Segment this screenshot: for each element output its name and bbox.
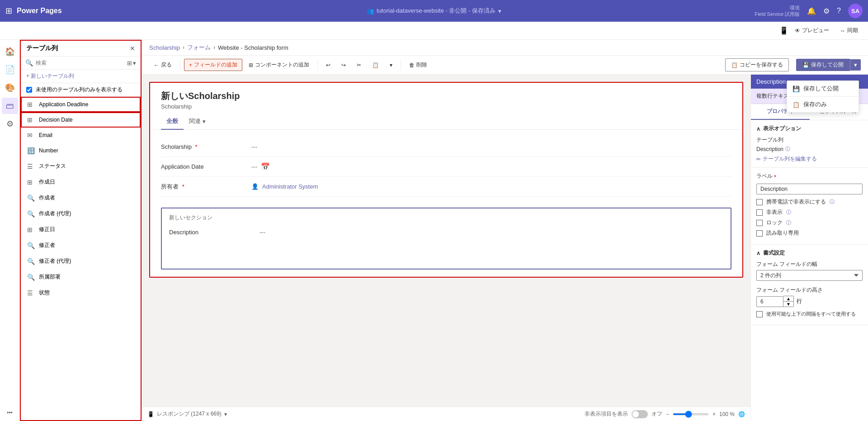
redo-button[interactable]: ↪ bbox=[337, 60, 350, 70]
sidebar-more-icon[interactable]: ••• bbox=[2, 405, 18, 421]
breadcrumb: Scholarship › フォーム › Website - Scholarsh… bbox=[142, 40, 868, 56]
height-decrement-button[interactable]: ▼ bbox=[783, 302, 793, 307]
checkbox-readonly[interactable]: 読み取り専用 bbox=[756, 229, 863, 237]
checkbox-vert-padding[interactable]: 使用可能な上下の間隔をすべて使用する bbox=[756, 311, 863, 317]
panel-header: テーブル列 ✕ bbox=[21, 41, 141, 57]
col-item-state[interactable]: ☰ 状態 bbox=[21, 285, 141, 301]
sidebar-settings-icon[interactable]: ⚙ bbox=[2, 116, 18, 132]
zoom-minus[interactable]: − bbox=[666, 411, 669, 417]
breadcrumb-sep1: › bbox=[183, 44, 184, 51]
save-publish-dropdown-icon: ▾ bbox=[854, 61, 857, 68]
description-field[interactable]: Description --- bbox=[169, 227, 723, 263]
vert-padding-checkbox[interactable] bbox=[756, 311, 763, 317]
world-icon[interactable]: 🌐 bbox=[738, 411, 745, 417]
save-publish-dropdown-button[interactable]: ▾ bbox=[850, 59, 861, 71]
col-item-created-date[interactable]: ⊞ 作成日 bbox=[21, 174, 141, 190]
users-icon: 👥 bbox=[367, 8, 374, 14]
dropdown-button[interactable]: ▾ bbox=[385, 60, 397, 70]
edit-table-col-link[interactable]: ✏ テーブル列を編集する bbox=[756, 155, 863, 163]
field-value-application-date[interactable]: --- 📅 bbox=[251, 162, 731, 171]
col-item-created-by-delegate[interactable]: 🔍 作成者 (代理) bbox=[21, 206, 141, 222]
hidden-checkbox[interactable] bbox=[756, 209, 763, 216]
sidebar-home-icon[interactable]: 🏠 bbox=[2, 43, 18, 60]
lock-checkbox[interactable] bbox=[756, 220, 763, 226]
col-item-modified-date[interactable]: ⊞ 修正日 bbox=[21, 222, 141, 237]
sidebar-data-icon[interactable]: 🗃 bbox=[2, 98, 18, 114]
info-icon: ⓘ bbox=[785, 146, 790, 152]
back-button[interactable]: ← 戻る bbox=[149, 59, 176, 71]
hide-toggle[interactable] bbox=[632, 410, 648, 418]
readonly-checkbox[interactable] bbox=[756, 230, 763, 237]
save-only-option[interactable]: 📋 保存のみ bbox=[787, 97, 859, 112]
breadcrumb-scholarship[interactable]: Scholarship bbox=[149, 44, 180, 51]
avatar[interactable]: SA bbox=[848, 4, 863, 18]
col-item-modified-by[interactable]: 🔍 修正者 bbox=[21, 237, 141, 253]
col-item-decision-date[interactable]: ⊞ Decision Date bbox=[21, 112, 141, 128]
delete-button[interactable]: 🗑 削除 bbox=[405, 59, 432, 71]
checkbox-hidden[interactable]: 非表示 ⓘ bbox=[756, 208, 863, 216]
site-dropdown-icon[interactable]: ▾ bbox=[498, 8, 501, 14]
bell-icon[interactable]: 🔔 bbox=[807, 7, 816, 15]
add-component-button[interactable]: ⊞ コンポーネントの追加 bbox=[244, 59, 314, 71]
collapse-icon[interactable]: ∧ bbox=[756, 126, 760, 132]
tab-related[interactable]: 関連 ▾ bbox=[184, 114, 211, 130]
col-item-status[interactable]: ☰ ステータス bbox=[21, 158, 141, 174]
site-selector[interactable]: 👥 tutorial-dataverse-website - 非公開 - 保存済… bbox=[367, 7, 501, 15]
save-publish-button[interactable]: 💾 保存して公開 bbox=[796, 59, 850, 71]
col-item-email[interactable]: ✉ Email bbox=[21, 128, 141, 143]
undo-button[interactable]: ↩ bbox=[321, 60, 335, 70]
height-input[interactable] bbox=[756, 296, 783, 307]
field-value-scholarship[interactable]: --- bbox=[251, 143, 731, 150]
col-icon-application-deadline: ⊞ bbox=[27, 101, 35, 108]
filter-button[interactable]: ⊞ ▾ bbox=[127, 60, 136, 66]
checkbox-lock[interactable]: ロック ⓘ bbox=[756, 219, 863, 227]
sync-button[interactable]: ↔ 同期 bbox=[835, 25, 863, 36]
settings-icon[interactable]: ⚙ bbox=[823, 7, 830, 15]
add-field-button[interactable]: + フィールドの追加 bbox=[184, 59, 242, 71]
calendar-icon[interactable]: 📅 bbox=[261, 162, 270, 171]
preview-button[interactable]: 👁 プレビュー bbox=[790, 25, 834, 36]
format-collapse-icon[interactable]: ∧ bbox=[756, 250, 760, 256]
toggle-knob bbox=[632, 411, 639, 417]
copy-save-button[interactable]: 📋 コピーを保存する bbox=[725, 58, 789, 71]
col-icon-modified-by: 🔍 bbox=[27, 242, 35, 249]
form-row-owner: 所有者 * 👤 Administrator System bbox=[161, 177, 731, 197]
col-item-created-by[interactable]: 🔍 作成者 bbox=[21, 190, 141, 206]
help-icon[interactable]: ? bbox=[837, 7, 841, 15]
sidebar-style-icon[interactable]: 🎨 bbox=[2, 80, 18, 96]
app-grid-button[interactable]: ⊞ bbox=[5, 6, 12, 16]
save-publish-option[interactable]: 💾 保存して公開 bbox=[787, 81, 859, 96]
field-width-select[interactable]: 2 件の列 1 件の列 3 件の列 bbox=[756, 270, 863, 281]
add-column-button[interactable]: + 新しいテーブル列 bbox=[21, 70, 141, 83]
label-input[interactable] bbox=[756, 184, 863, 194]
col-item-department[interactable]: 🔍 所属部署 bbox=[21, 269, 141, 285]
panel-close-button[interactable]: ✕ bbox=[130, 45, 135, 52]
column-list: ⊞ Application Deadline ⊞ Decision Date ✉… bbox=[21, 97, 141, 420]
col-item-application-deadline[interactable]: ⊞ Application Deadline bbox=[21, 97, 141, 112]
cut-button[interactable]: ✂ bbox=[352, 60, 366, 70]
zoom-plus[interactable]: + bbox=[712, 411, 716, 417]
height-increment-button[interactable]: ▲ bbox=[783, 296, 793, 302]
required-star-owner: * bbox=[182, 183, 184, 190]
format-section: ∧ 書式設定 フォーム フィールドの幅 2 件の列 1 件の列 3 件の列 フォ… bbox=[751, 245, 868, 325]
field-value-owner[interactable]: 👤 Administrator System bbox=[251, 183, 731, 190]
col-item-modified-by-delegate[interactable]: 🔍 修正者 (代理) bbox=[21, 253, 141, 269]
mobile-hide-checkbox[interactable] bbox=[756, 199, 763, 205]
unused-columns-checkbox[interactable] bbox=[26, 87, 32, 93]
table-columns-panel: テーブル列 ✕ 🔍 ⊞ ▾ + 新しいテーブル列 未使用のテーブル列のみを表示す… bbox=[20, 40, 142, 421]
save-dropdown-overlay: 💾 保存して公開 📋 保存のみ bbox=[787, 80, 859, 113]
sidebar-page-icon[interactable]: 📄 bbox=[2, 61, 18, 78]
field-height-label: フォーム フィールドの高さ bbox=[756, 286, 863, 294]
col-item-number[interactable]: 🔢 Number bbox=[21, 143, 141, 158]
zoom-slider[interactable] bbox=[673, 413, 709, 415]
responsive-dropdown-icon[interactable]: ▾ bbox=[224, 411, 227, 417]
copy-button[interactable]: 📋 bbox=[368, 60, 383, 70]
form-subtitle: Scholarship bbox=[161, 103, 731, 110]
checkbox-mobile-hide[interactable]: 携帯電話で非表示にする ⓘ bbox=[756, 198, 863, 206]
search-input[interactable] bbox=[36, 60, 124, 66]
new-section: 新しいセクション Description --- bbox=[161, 208, 731, 270]
unused-columns-checkbox-row: 未使用のテーブル列のみを表示する bbox=[21, 83, 141, 97]
tab-all[interactable]: 全般 bbox=[161, 114, 184, 130]
breadcrumb-form[interactable]: フォーム bbox=[187, 43, 211, 52]
bottom-right: 非表示項目を表示 オフ − + 100 % 🌐 bbox=[585, 410, 745, 418]
